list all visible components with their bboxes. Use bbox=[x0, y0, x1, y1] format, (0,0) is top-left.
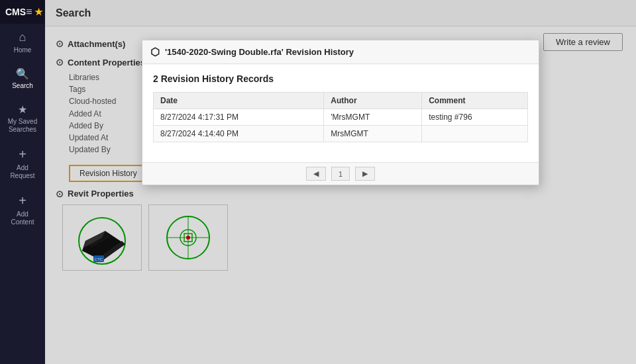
modal-footer: ◀ 1 ▶ bbox=[142, 162, 539, 185]
search-icon: 🔍 bbox=[16, 68, 29, 80]
sidebar-item-add-content-label: AddContent bbox=[11, 210, 34, 226]
col-header-author: Author bbox=[324, 93, 422, 109]
col-header-date: Date bbox=[154, 93, 324, 109]
sidebar-item-saved-searches[interactable]: ★ My SavedSearches bbox=[0, 97, 45, 140]
sidebar-item-search[interactable]: 🔍 Search bbox=[0, 61, 45, 97]
row2-comment bbox=[422, 126, 528, 142]
add-content-icon: + bbox=[19, 193, 26, 208]
row1-author: 'MrsMGMT bbox=[324, 109, 422, 126]
row2-date: 8/27/2024 4:14:40 PM bbox=[154, 126, 324, 142]
sidebar: CMS ≡ ★ ▾ ⌂ Home 🔍 Search ★ My SavedSear… bbox=[0, 0, 45, 364]
home-icon: ⌂ bbox=[19, 30, 26, 44]
sidebar-item-search-label: Search bbox=[12, 82, 33, 90]
sidebar-item-home[interactable]: ⌂ Home bbox=[0, 24, 45, 61]
revision-history-modal: ⬡ '1540-2020-Swing Double.rfa' Revision … bbox=[142, 40, 539, 185]
row2-author: MrsMGMT bbox=[324, 126, 422, 142]
sidebar-item-add-request-label: AddRequest bbox=[10, 164, 34, 180]
modal-records-title: 2 Revision History Records bbox=[153, 73, 528, 84]
sidebar-item-home-label: Home bbox=[14, 46, 32, 54]
sidebar-item-add-content[interactable]: + AddContent bbox=[0, 187, 45, 233]
col-header-comment: Comment bbox=[422, 93, 528, 109]
saved-searches-icon: ★ bbox=[18, 103, 27, 116]
table-row: 8/27/2024 4:17:31 PM 'MrsMGMT testing #7… bbox=[154, 109, 528, 126]
star-icon[interactable]: ★ bbox=[34, 7, 43, 17]
table-row: 8/27/2024 4:14:40 PM MrsMGMT bbox=[154, 126, 528, 142]
pagination-page-1-button[interactable]: 1 bbox=[331, 167, 350, 181]
modal-title: '1540-2020-Swing Double.rfa' Revision Hi… bbox=[165, 47, 354, 57]
table-header-row: Date Author Comment bbox=[154, 93, 528, 109]
pagination-prev-button[interactable]: ◀ bbox=[306, 167, 326, 181]
add-request-icon: + bbox=[19, 147, 26, 162]
row1-date: 8/27/2024 4:17:31 PM bbox=[154, 109, 324, 126]
pagination-next-button[interactable]: ▶ bbox=[355, 167, 375, 181]
modal-overlay: ⬡ '1540-2020-Swing Double.rfa' Revision … bbox=[45, 0, 636, 364]
cms-logo: CMS bbox=[5, 7, 26, 17]
menu-icon[interactable]: ≡ bbox=[26, 6, 32, 18]
sidebar-item-add-request[interactable]: + AddRequest bbox=[0, 140, 45, 187]
bee-icon: ⬡ bbox=[150, 46, 160, 58]
modal-body: 2 Revision History Records Date Author C… bbox=[142, 64, 539, 162]
row1-comment: testing #796 bbox=[422, 109, 528, 126]
sidebar-item-saved-searches-label: My SavedSearches bbox=[8, 118, 37, 134]
revision-history-table: Date Author Comment 8/27/2024 4:17:31 PM… bbox=[153, 92, 528, 142]
modal-header: ⬡ '1540-2020-Swing Double.rfa' Revision … bbox=[142, 40, 539, 64]
main-area: Search Write a review ⊙ Attachment(s) ⊙ … bbox=[45, 0, 636, 364]
sidebar-header: CMS ≡ ★ ▾ bbox=[0, 0, 45, 24]
